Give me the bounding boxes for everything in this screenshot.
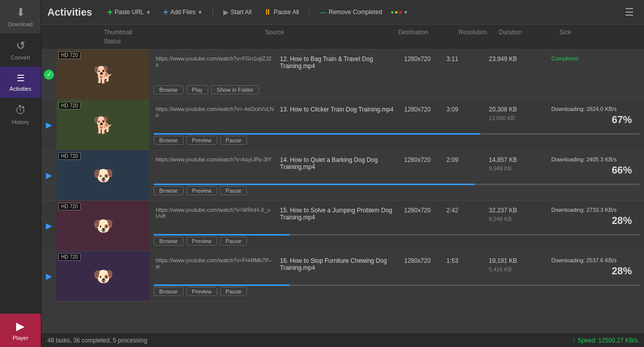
browse-button[interactable]: Browse <box>154 186 183 195</box>
size-info: 20,308 KB 13,660 KB <box>487 105 547 122</box>
hamburger-button[interactable]: ☰ <box>621 4 638 20</box>
percent-text: 66% <box>549 163 640 177</box>
percent-text: 28% <box>549 264 640 278</box>
browse-button[interactable]: Browse <box>154 136 183 145</box>
row-check: ▶ <box>41 201 56 251</box>
row-check: ▶ <box>41 150 56 200</box>
sidebar-item-activities[interactable]: ☰ Activities <box>0 67 41 98</box>
player-icon: ▶ <box>16 320 25 333</box>
size-total: 32,237 KB <box>487 206 547 215</box>
history-icon: ⏱ <box>15 104 26 117</box>
speed-label: Speed: 12500.27 KB/s <box>577 337 638 344</box>
speed-indicator: ↑ Speed: 12500.27 KB/s <box>572 337 638 344</box>
paste-url-button[interactable]: + Paste URL ▼ <box>102 5 156 20</box>
size-total: 23,949 KB <box>487 54 547 64</box>
status-info: Downloading: 2733.3 KB/s 28% <box>549 206 640 227</box>
row-content: https://www.youtube.com/watch?v=ksyLlRy-… <box>150 150 644 200</box>
browse-button[interactable]: Browse <box>154 237 183 246</box>
sidebar-item-history[interactable]: ⏱ History <box>0 98 41 131</box>
pause-all-button[interactable]: ⏸ Pause All <box>259 5 304 19</box>
remove-completed-label: Remove Completed <box>329 9 382 16</box>
sidebar-item-history-label: History <box>12 119 29 125</box>
size-total: 19,191 KB <box>487 256 547 265</box>
row-check: ✓ <box>41 49 56 99</box>
size-info: 32,237 KB 9,248 KB <box>487 206 547 223</box>
sidebar-item-convert[interactable]: ↺ Convert <box>0 33 41 67</box>
show-in folder-button[interactable]: Show in Folder <box>211 85 259 94</box>
play-button[interactable]: ▶ <box>44 221 54 231</box>
col-size: Size <box>557 28 638 37</box>
preview-button[interactable]: Preview <box>186 186 217 195</box>
hd-badge: HD 720 <box>58 253 81 261</box>
browse-button[interactable]: Browse <box>154 85 183 94</box>
resolution: 1280x720 <box>402 105 442 114</box>
preview-button[interactable]: Preview <box>186 237 217 246</box>
speed-icon: ↑ <box>572 337 575 344</box>
add-files-caret: ▼ <box>198 10 203 15</box>
sidebar-item-download[interactable]: ⬇ Download <box>0 0 41 33</box>
col-status: Status <box>102 37 263 46</box>
status-text: Downloading: 2824.0 KB/s <box>549 105 640 113</box>
plus-green-icon: + <box>107 7 113 18</box>
toolbar-separator-1 <box>213 6 213 18</box>
size-done: 13,660 KB <box>487 114 547 122</box>
pause-button[interactable]: Pause <box>220 237 247 246</box>
row-content: https://www.youtube.com/watch?v=WRnH-X_u… <box>150 201 644 251</box>
play-button[interactable]: Play <box>186 85 208 94</box>
duration: 1:53 <box>444 256 485 265</box>
table-row: ▶ 🐕 HD 720 https://www.youtube.com/watch… <box>41 100 644 150</box>
sidebar-item-player-label: Player <box>13 335 28 341</box>
dots-menu-button[interactable]: ▼ <box>391 10 408 15</box>
status-text: Downloading: 2537.6 KB/s <box>549 256 640 264</box>
thumbnail: 🐕 HD 720 <box>56 49 150 99</box>
resolution: 1280x720 <box>402 206 442 215</box>
add-files-label: Add Files <box>170 9 196 16</box>
status-text: Downloading: 2405.3 KB/s <box>549 155 640 163</box>
row-actions: BrowsePreviewPause <box>150 135 644 147</box>
remove-icon: — <box>319 8 327 16</box>
row-actions: BrowsePreviewPause <box>150 236 644 248</box>
destination-filename: 16. How to Stop Furniture Chewing Dog Tr… <box>278 256 401 272</box>
col-destination: Destination <box>396 28 457 37</box>
download-icon: ⬇ <box>16 6 25 19</box>
dot-green <box>391 11 394 14</box>
row-actions: BrowsePreviewPause <box>150 286 644 298</box>
resolution: 1280x720 <box>402 256 442 265</box>
size-done: 9,248 KB <box>487 215 547 223</box>
browse-button[interactable]: Browse <box>154 287 183 296</box>
preview-button[interactable]: Preview <box>186 287 217 296</box>
remove-completed-button[interactable]: — Remove Completed <box>314 6 387 19</box>
status-info: Downloading: 2405.3 KB/s 66% <box>549 155 640 177</box>
plus-blue-icon: + <box>163 7 168 18</box>
preview-button[interactable]: Preview <box>186 136 217 145</box>
resolution: 1280x720 <box>402 54 442 64</box>
pause-button[interactable]: Pause <box>220 287 247 296</box>
source-url: https://www.youtube.com/watch?v=FGn1ujtZ… <box>154 54 276 69</box>
row-top: https://www.youtube.com/watch?v=ksyLlRy-… <box>150 153 644 184</box>
sidebar-item-convert-label: Convert <box>11 54 30 61</box>
add-files-button[interactable]: + Add Files ▼ <box>158 5 207 20</box>
percent-text: 28% <box>549 214 640 227</box>
table-row: ✓ 🐕 HD 720 https://www.youtube.com/watch… <box>41 49 644 100</box>
percent-text: 67% <box>549 113 640 127</box>
sidebar-item-player[interactable]: ▶ Player <box>0 314 41 347</box>
table-header: Thumbnail Source Destination Resolution … <box>41 25 644 49</box>
pause-button[interactable]: Pause <box>220 186 247 195</box>
status-info: Downloading: 2537.6 KB/s 28% <box>549 256 640 278</box>
start-all-button[interactable]: ▶ Start All <box>218 6 256 19</box>
row-content: https://www.youtube.com/watch?v=FGn1ujtZ… <box>150 49 644 99</box>
duration: 2:42 <box>444 206 485 215</box>
play-button[interactable]: ▶ <box>44 271 54 281</box>
pause-button[interactable]: Pause <box>220 136 247 145</box>
source-url: https://www.youtube.com/watch?v=FH4fMb7P… <box>154 256 276 270</box>
play-button[interactable]: ▶ <box>44 120 54 130</box>
sidebar-item-activities-label: Activities <box>10 86 31 92</box>
hd-badge: HD 720 <box>58 203 81 210</box>
row-top: https://www.youtube.com/watch?v=FGn1ujtZ… <box>150 52 644 84</box>
status-bar: 48 tasks, 36 completed, 5 processing ↑ S… <box>41 333 644 347</box>
play-button[interactable]: ▶ <box>44 170 54 181</box>
size-total: 14,857 KB <box>487 155 547 164</box>
duration: 3:11 <box>444 54 485 64</box>
size-total: 20,308 KB <box>487 105 547 114</box>
duration: 3:09 <box>444 105 485 114</box>
